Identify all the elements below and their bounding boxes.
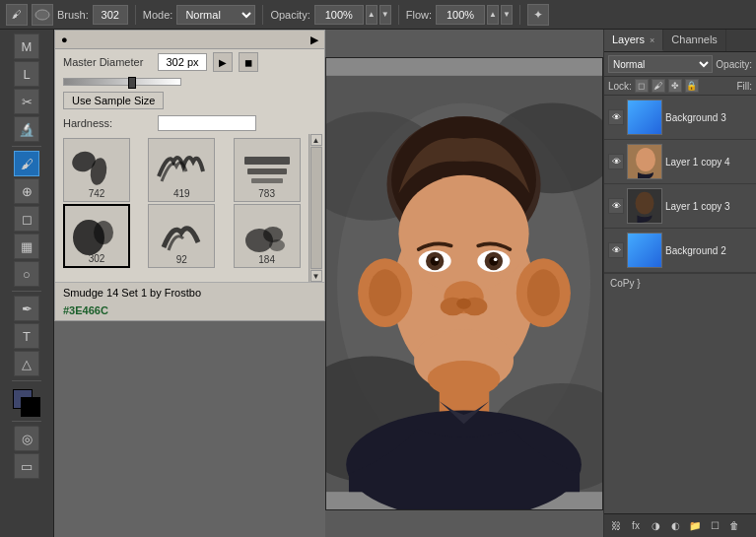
layer-row-background3[interactable]: 👁 Background 3 bbox=[604, 96, 756, 140]
hardness-label: Hardness: bbox=[63, 117, 152, 129]
lock-transparent-icon[interactable]: ◻ bbox=[635, 79, 649, 93]
flow-arrow-up[interactable]: ▲ bbox=[487, 5, 499, 25]
brush-scroll-track[interactable] bbox=[310, 147, 322, 269]
layer-mode-select[interactable]: Normal bbox=[608, 55, 713, 73]
brush-size-display[interactable]: 302 bbox=[93, 5, 128, 25]
diameter-arrow2[interactable]: ◼ bbox=[239, 52, 258, 72]
new-layer-icon[interactable]: ☐ bbox=[707, 518, 722, 534]
opacity-arrow-up[interactable]: ▲ bbox=[366, 5, 378, 25]
pen-tool[interactable]: ✒ bbox=[14, 296, 39, 321]
mask-icon[interactable]: ◑ bbox=[648, 518, 663, 534]
brush-scroll-down[interactable]: ▼ bbox=[310, 270, 322, 282]
brush-419-num: 419 bbox=[173, 188, 190, 199]
brush-color-text: #3E466C bbox=[63, 304, 108, 316]
airbrush-icon[interactable]: ✦ bbox=[527, 4, 549, 26]
trash-icon[interactable]: 🗑 bbox=[726, 518, 742, 534]
brush-scroll-up[interactable]: ▲ bbox=[310, 134, 322, 146]
layer-row-background2[interactable]: 👁 Background 2 bbox=[604, 229, 756, 273]
eyedropper-tool[interactable]: 🔬 bbox=[14, 116, 39, 142]
foreground-background-colors bbox=[13, 389, 40, 417]
fx-icon[interactable]: fx bbox=[628, 518, 644, 534]
opacity-arrow-down[interactable]: ▼ bbox=[379, 5, 391, 25]
mode-select[interactable]: Normal Multiply Screen bbox=[176, 5, 255, 25]
brush-92-num: 92 bbox=[176, 254, 187, 265]
hardness-row: Hardness: bbox=[55, 112, 324, 134]
lock-move-icon[interactable]: ✤ bbox=[668, 79, 682, 93]
select-tool[interactable]: M bbox=[14, 34, 39, 59]
slider-row bbox=[55, 75, 324, 89]
tab-layers[interactable]: Layers × bbox=[604, 30, 663, 51]
layer-row-copy3[interactable]: 👁 Layer 1 copy 3 bbox=[604, 184, 756, 229]
brush-grid: 742 419 783 bbox=[55, 134, 324, 272]
eraser-tool[interactable]: ◻ bbox=[14, 206, 39, 232]
brush-184[interactable]: 184 bbox=[234, 204, 301, 268]
flow-input[interactable] bbox=[436, 5, 485, 25]
brush-92[interactable]: 92 bbox=[148, 204, 215, 268]
use-sample-size-button[interactable]: Use Sample Size bbox=[63, 92, 164, 109]
layer-eye-copy3[interactable]: 👁 bbox=[608, 198, 624, 214]
lock-brush-icon[interactable]: 🖌 bbox=[652, 79, 665, 93]
tool-divider-4 bbox=[12, 421, 41, 422]
brush-panel-arrow[interactable]: ▶ bbox=[310, 34, 318, 45]
layer-name-copy3: Layer 1 copy 3 bbox=[665, 201, 752, 212]
adjustment-icon[interactable]: ◐ bbox=[667, 518, 683, 534]
lock-label: Lock: bbox=[608, 81, 632, 92]
brush-tool-icon[interactable]: 🖌 bbox=[6, 4, 28, 26]
svg-point-37 bbox=[527, 269, 560, 316]
background-color[interactable] bbox=[21, 397, 40, 417]
left-tools-panel: M L ✂ 🔬 🖌 ⊕ ◻ ▦ ○ ✒ T △ ◎ ▭ bbox=[0, 30, 54, 537]
brush-302-num: 302 bbox=[89, 253, 105, 264]
clone-tool[interactable]: ⊕ bbox=[14, 178, 39, 204]
svg-point-44 bbox=[489, 256, 498, 265]
diameter-arrow[interactable]: ▶ bbox=[213, 52, 233, 72]
layer-thumb-background2 bbox=[627, 233, 662, 268]
separator-3 bbox=[398, 5, 399, 25]
text-tool[interactable]: T bbox=[14, 323, 39, 349]
copy-label: CoPy } bbox=[610, 278, 641, 289]
brush-tool[interactable]: 🖌 bbox=[14, 151, 39, 176]
flow-arrow-down[interactable]: ▼ bbox=[501, 5, 513, 25]
diameter-input[interactable] bbox=[158, 53, 207, 71]
opacity-label: Opacity: bbox=[716, 59, 752, 70]
brush-preset-icon[interactable] bbox=[32, 4, 53, 26]
layer-name-background3: Background 3 bbox=[665, 112, 752, 123]
dodge-tool[interactable]: ○ bbox=[14, 261, 39, 287]
screen-mode-tool[interactable]: ▭ bbox=[14, 453, 39, 479]
brush-783[interactable]: 783 bbox=[234, 138, 301, 202]
link-icon[interactable]: ⛓ bbox=[608, 518, 624, 534]
path-tool[interactable]: △ bbox=[14, 351, 39, 376]
quick-mask-tool[interactable]: ◎ bbox=[14, 426, 39, 451]
tab-channels[interactable]: Channels bbox=[663, 30, 725, 51]
folder-icon[interactable]: 📁 bbox=[687, 518, 703, 534]
brush-panel-header: ● ▶ bbox=[55, 31, 324, 49]
fill-label: Fill: bbox=[736, 81, 752, 92]
photoshop-canvas bbox=[325, 57, 603, 510]
sample-size-row: Use Sample Size bbox=[55, 89, 324, 112]
brush-742[interactable]: 742 bbox=[63, 138, 130, 202]
hardness-bar[interactable] bbox=[158, 115, 256, 131]
svg-point-45 bbox=[494, 257, 498, 261]
svg-point-55 bbox=[636, 192, 654, 215]
svg-point-41 bbox=[435, 257, 439, 261]
layer-eye-background2[interactable]: 👁 bbox=[608, 242, 624, 258]
crop-tool[interactable]: ✂ bbox=[14, 89, 39, 114]
svg-point-10 bbox=[269, 239, 285, 251]
brush-color-row: #3E466C bbox=[55, 302, 324, 320]
tab-layers-close[interactable]: × bbox=[650, 35, 654, 45]
tool-divider-1 bbox=[12, 146, 41, 147]
layer-eye-background3[interactable]: 👁 bbox=[608, 109, 624, 125]
diameter-slider-thumb[interactable] bbox=[128, 77, 136, 89]
lock-all-icon[interactable]: 🔒 bbox=[685, 79, 699, 93]
diameter-slider[interactable] bbox=[63, 78, 181, 86]
brush-info: Smudge 14 Set 1 by Frostbo bbox=[55, 282, 324, 302]
layer-eye-copy4[interactable]: 👁 bbox=[608, 154, 624, 169]
opacity-input[interactable] bbox=[314, 5, 364, 25]
lasso-tool[interactable]: L bbox=[14, 61, 39, 87]
brush-302[interactable]: 302 bbox=[63, 204, 130, 268]
gradient-tool[interactable]: ▦ bbox=[14, 234, 39, 259]
layer-thumb-copy4 bbox=[627, 144, 662, 179]
layers-mode-controls: Normal Opacity: bbox=[604, 52, 756, 77]
brush-419[interactable]: 419 bbox=[148, 138, 215, 202]
layer-row-copy4[interactable]: 👁 Layer 1 copy 4 bbox=[604, 140, 756, 184]
mode-label: Mode: bbox=[143, 9, 173, 21]
